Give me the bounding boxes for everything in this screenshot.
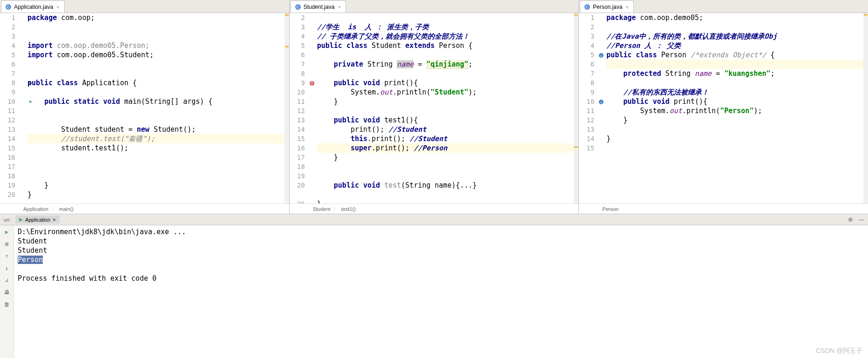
code-line[interactable]: }	[606, 115, 868, 125]
code-line[interactable]: Student student = new Student();	[27, 125, 289, 134]
code-line[interactable]: //私有的东西无法被继承！	[606, 88, 868, 97]
code-line[interactable]: student.test1();	[27, 143, 289, 153]
code-line[interactable]: //学生 is 人 ： 派生类，子类	[317, 22, 579, 32]
code-line[interactable]: public class Application {	[27, 78, 289, 88]
code-area[interactable]: 123456789101112131415 ↓ ↓ package com.oo…	[579, 13, 868, 203]
code-area[interactable]: 23456789101112131415161718192026 O //学生 …	[290, 13, 579, 203]
minimize-icon[interactable]: —	[858, 216, 865, 223]
code-line[interactable]: public void print(){	[606, 97, 868, 106]
code-line[interactable]	[606, 22, 868, 32]
code-line[interactable]: public static void main(String[] args) {	[27, 97, 289, 106]
tab-person[interactable]: C Person.java ×	[580, 0, 634, 13]
code-line[interactable]	[317, 162, 579, 171]
code-line[interactable]	[317, 106, 579, 115]
code-line[interactable]	[27, 60, 289, 69]
code-line[interactable]	[27, 106, 289, 115]
tab-student[interactable]: C Student.java ×	[291, 0, 346, 13]
code-line[interactable]	[27, 162, 289, 171]
code-line[interactable]: //Person 人 ： 父类	[606, 41, 868, 50]
code-line[interactable]	[27, 171, 289, 181]
code-line[interactable]: }	[317, 153, 579, 162]
console-line[interactable]: Process finished with exit code 0	[18, 274, 864, 283]
code-line[interactable]: public class Student extends Person {	[317, 41, 579, 50]
run-tab[interactable]: ▶ Application ×	[15, 216, 59, 223]
close-icon[interactable]: ×	[625, 4, 630, 10]
gear-icon[interactable]: ⚙	[847, 216, 854, 223]
code-line[interactable]: public class Person /*extends Object*/ {	[606, 50, 868, 60]
breadcrumb[interactable]: Person	[579, 203, 868, 214]
code-line[interactable]: import com.oop.demo05.Student;	[27, 50, 289, 60]
tab-application[interactable]: C Application.java ×	[1, 0, 65, 13]
trash-icon[interactable]: 🗑	[3, 301, 11, 308]
code-line[interactable]: }	[27, 190, 289, 199]
breadcrumb-item[interactable]: Application	[23, 206, 48, 212]
console-line[interactable]: Student	[18, 236, 864, 246]
override-icon[interactable]: ↓	[598, 99, 604, 104]
close-icon[interactable]: ×	[53, 217, 55, 223]
code-line[interactable]	[317, 13, 579, 22]
code-line[interactable]	[27, 32, 289, 41]
wrap-icon[interactable]: ↲	[3, 277, 11, 284]
code-line[interactable]: this.print(); //Student	[317, 134, 579, 143]
breadcrumb[interactable]: Student〉test1()	[290, 203, 579, 214]
breadcrumb-item[interactable]: test1()	[341, 206, 356, 212]
code-line[interactable]	[27, 115, 289, 125]
code-line[interactable]	[27, 88, 289, 97]
ok-marker[interactable]	[864, 14, 868, 16]
code-line[interactable]: }	[606, 134, 868, 143]
code-line[interactable]	[606, 78, 868, 88]
warning-marker[interactable]	[574, 146, 578, 148]
print-icon[interactable]: 🖶	[3, 289, 11, 296]
code-line[interactable]: public void test1(){	[317, 115, 579, 125]
breadcrumb-item[interactable]: main()	[59, 206, 74, 212]
console-line[interactable]: D:\Environment\jdk8\jdk\bin\java.exe ...	[18, 227, 864, 236]
breadcrumb-item[interactable]: Student	[313, 206, 331, 212]
console-line[interactable]	[18, 264, 864, 274]
code-text[interactable]: package com.oop.demo05;//在Java中，所有的类，都默认…	[606, 13, 868, 203]
code-line[interactable]: package com.oop;	[27, 13, 289, 22]
code-line[interactable]: System.out.println("Person");	[606, 106, 868, 115]
code-line[interactable]: package com.oop.demo05;	[606, 13, 868, 22]
warning-marker[interactable]	[574, 14, 578, 16]
breadcrumb-item[interactable]: Person	[602, 206, 618, 212]
close-icon[interactable]: ×	[55, 4, 60, 10]
code-text[interactable]: //学生 is 人 ： 派生类，子类// 子类继承了父类，就会拥有父类的全部方法…	[317, 13, 579, 203]
down-icon[interactable]: ↓	[3, 264, 11, 272]
code-line[interactable]: public void test(String name){...}	[317, 181, 579, 190]
code-line[interactable]	[606, 125, 868, 134]
code-line[interactable]	[317, 171, 579, 181]
code-line[interactable]: //在Java中，所有的类，都默认直接或者间接继承Obj	[606, 32, 868, 41]
code-line[interactable]: //student.test("秦疆");	[27, 134, 289, 143]
rerun-icon[interactable]: ▶	[3, 228, 11, 236]
code-line[interactable]: // 子类继承了父类，就会拥有父类的全部方法！	[317, 32, 579, 41]
code-line[interactable]: System.out.println("Student");	[317, 88, 579, 97]
code-line[interactable]: public void print(){	[317, 78, 579, 88]
code-line[interactable]: }	[27, 181, 289, 190]
code-line[interactable]: import com.oop.demo05.Person;	[27, 41, 289, 50]
code-line[interactable]: }	[317, 199, 579, 203]
warning-marker[interactable]	[285, 46, 289, 47]
override-icon[interactable]: O	[309, 80, 315, 86]
console-output[interactable]: D:\Environment\jdk8\jdk\bin\java.exe ...…	[14, 225, 868, 358]
code-line[interactable]: }	[317, 97, 579, 106]
code-line[interactable]: super.print(); //Person	[317, 143, 579, 153]
code-line[interactable]	[27, 22, 289, 32]
code-line[interactable]	[317, 50, 579, 60]
stop-icon[interactable]: ■	[3, 240, 11, 248]
code-line[interactable]: private String name = "qinjiang";	[317, 60, 579, 69]
code-text[interactable]: package com.oop;import com.oop.demo05.Pe…	[27, 13, 289, 203]
code-line[interactable]	[317, 190, 579, 199]
warning-marker[interactable]	[285, 14, 289, 16]
code-line[interactable]	[317, 69, 579, 78]
code-line[interactable]	[606, 60, 868, 69]
code-line[interactable]	[606, 143, 868, 153]
code-line[interactable]: print(); //Student	[317, 125, 579, 134]
code-line[interactable]	[27, 153, 289, 162]
override-icon[interactable]: ↓	[598, 52, 604, 58]
code-line[interactable]	[27, 69, 289, 78]
code-area[interactable]: 1234567891011121314151617181920 ▶ ▶ pack…	[0, 13, 289, 203]
console-line[interactable]: Person	[18, 255, 864, 264]
code-line[interactable]: protected String name = "kuangshen";	[606, 69, 868, 78]
console-line[interactable]: Student	[18, 246, 864, 255]
up-icon[interactable]: ↑	[3, 252, 11, 260]
